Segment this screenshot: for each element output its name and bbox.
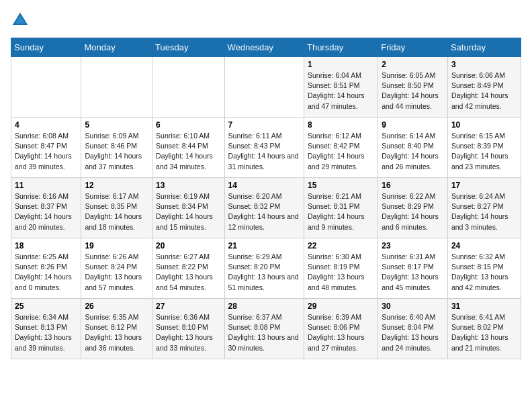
day-number: 22 (308, 241, 374, 250)
day-number: 24 (451, 241, 517, 250)
day-number: 1 (308, 60, 374, 69)
calendar-cell: 5Sunrise: 6:09 AM Sunset: 8:46 PM Daylig… (81, 118, 152, 178)
header-friday: Friday (378, 38, 448, 57)
calendar-cell: 20Sunrise: 6:27 AM Sunset: 8:22 PM Dayli… (152, 238, 224, 299)
calendar-cell: 9Sunrise: 6:14 AM Sunset: 8:40 PM Daylig… (378, 118, 448, 178)
calendar-cell: 15Sunrise: 6:21 AM Sunset: 8:31 PM Dayli… (304, 178, 378, 238)
week-row-1: 1Sunrise: 6:04 AM Sunset: 8:51 PM Daylig… (11, 57, 521, 118)
week-row-3: 11Sunrise: 6:16 AM Sunset: 8:37 PM Dayli… (11, 178, 521, 238)
day-info: Sunrise: 6:06 AM Sunset: 8:49 PM Dayligh… (451, 71, 517, 111)
week-row-2: 4Sunrise: 6:08 AM Sunset: 8:47 PM Daylig… (11, 118, 521, 178)
calendar-cell: 2Sunrise: 6:05 AM Sunset: 8:50 PM Daylig… (378, 57, 448, 118)
day-number: 12 (85, 181, 148, 190)
calendar-cell: 27Sunrise: 6:36 AM Sunset: 8:10 PM Dayli… (152, 299, 224, 359)
day-info: Sunrise: 6:11 AM Sunset: 8:43 PM Dayligh… (228, 131, 300, 172)
calendar-cell: 23Sunrise: 6:31 AM Sunset: 8:17 PM Dayli… (378, 238, 448, 299)
day-number: 11 (15, 181, 77, 190)
day-info: Sunrise: 6:40 AM Sunset: 8:04 PM Dayligh… (382, 312, 444, 353)
day-info: Sunrise: 6:19 AM Sunset: 8:34 PM Dayligh… (156, 191, 220, 232)
header-saturday: Saturday (447, 38, 521, 57)
day-number: 30 (382, 302, 444, 311)
logo-icon (11, 11, 30, 30)
day-number: 26 (85, 302, 148, 311)
day-number: 16 (382, 181, 444, 190)
calendar-cell: 14Sunrise: 6:20 AM Sunset: 8:32 PM Dayli… (224, 178, 304, 238)
calendar-cell: 1Sunrise: 6:04 AM Sunset: 8:51 PM Daylig… (304, 57, 378, 118)
day-number: 14 (228, 181, 300, 190)
day-number: 3 (451, 60, 517, 69)
calendar-cell: 21Sunrise: 6:29 AM Sunset: 8:20 PM Dayli… (224, 238, 304, 299)
day-info: Sunrise: 6:22 AM Sunset: 8:29 PM Dayligh… (382, 191, 444, 232)
calendar-cell (152, 57, 224, 118)
calendar-cell: 19Sunrise: 6:26 AM Sunset: 8:24 PM Dayli… (81, 238, 152, 299)
day-info: Sunrise: 6:10 AM Sunset: 8:44 PM Dayligh… (156, 131, 220, 172)
day-number: 7 (228, 120, 300, 130)
day-number: 15 (308, 181, 374, 190)
day-number: 27 (156, 302, 220, 311)
calendar-cell: 28Sunrise: 6:37 AM Sunset: 8:08 PM Dayli… (224, 299, 304, 359)
calendar-cell: 13Sunrise: 6:19 AM Sunset: 8:34 PM Dayli… (152, 178, 224, 238)
day-info: Sunrise: 6:05 AM Sunset: 8:50 PM Dayligh… (382, 71, 444, 111)
calendar-cell: 22Sunrise: 6:30 AM Sunset: 8:19 PM Dayli… (304, 238, 378, 299)
day-info: Sunrise: 6:30 AM Sunset: 8:19 PM Dayligh… (308, 252, 374, 293)
calendar-cell: 17Sunrise: 6:24 AM Sunset: 8:27 PM Dayli… (447, 178, 521, 238)
day-number: 21 (228, 241, 300, 250)
header-tuesday: Tuesday (152, 38, 224, 57)
calendar-cell: 24Sunrise: 6:32 AM Sunset: 8:15 PM Dayli… (447, 238, 521, 299)
day-info: Sunrise: 6:39 AM Sunset: 8:06 PM Dayligh… (308, 312, 374, 353)
day-info: Sunrise: 6:27 AM Sunset: 8:22 PM Dayligh… (156, 252, 220, 293)
day-info: Sunrise: 6:16 AM Sunset: 8:37 PM Dayligh… (15, 191, 77, 232)
calendar-cell: 18Sunrise: 6:25 AM Sunset: 8:26 PM Dayli… (11, 238, 81, 299)
day-info: Sunrise: 6:37 AM Sunset: 8:08 PM Dayligh… (228, 312, 300, 353)
day-info: Sunrise: 6:14 AM Sunset: 8:40 PM Dayligh… (382, 131, 444, 172)
calendar-cell: 25Sunrise: 6:34 AM Sunset: 8:13 PM Dayli… (11, 299, 81, 359)
day-info: Sunrise: 6:26 AM Sunset: 8:24 PM Dayligh… (85, 252, 148, 293)
calendar-cell: 10Sunrise: 6:15 AM Sunset: 8:39 PM Dayli… (447, 118, 521, 178)
day-number: 17 (451, 181, 517, 190)
calendar-cell: 30Sunrise: 6:40 AM Sunset: 8:04 PM Dayli… (378, 299, 448, 359)
day-info: Sunrise: 6:08 AM Sunset: 8:47 PM Dayligh… (15, 131, 77, 172)
header-thursday: Thursday (304, 38, 378, 57)
day-info: Sunrise: 6:41 AM Sunset: 8:02 PM Dayligh… (451, 312, 517, 353)
calendar-cell: 26Sunrise: 6:35 AM Sunset: 8:12 PM Dayli… (81, 299, 152, 359)
header-wednesday: Wednesday (224, 38, 304, 57)
day-info: Sunrise: 6:25 AM Sunset: 8:26 PM Dayligh… (15, 252, 77, 293)
day-number: 2 (382, 60, 444, 69)
day-number: 19 (85, 241, 148, 250)
header-monday: Monday (81, 38, 152, 57)
day-info: Sunrise: 6:15 AM Sunset: 8:39 PM Dayligh… (451, 131, 517, 172)
day-number: 4 (15, 120, 77, 130)
day-number: 10 (451, 120, 517, 130)
page-header (11, 11, 521, 30)
day-info: Sunrise: 6:04 AM Sunset: 8:51 PM Dayligh… (308, 71, 374, 111)
calendar-cell: 31Sunrise: 6:41 AM Sunset: 8:02 PM Dayli… (447, 299, 521, 359)
day-info: Sunrise: 6:21 AM Sunset: 8:31 PM Dayligh… (308, 191, 374, 232)
calendar-cell: 11Sunrise: 6:16 AM Sunset: 8:37 PM Dayli… (11, 178, 81, 238)
calendar-cell: 3Sunrise: 6:06 AM Sunset: 8:49 PM Daylig… (447, 57, 521, 118)
week-row-4: 18Sunrise: 6:25 AM Sunset: 8:26 PM Dayli… (11, 238, 521, 299)
calendar-cell: 16Sunrise: 6:22 AM Sunset: 8:29 PM Dayli… (378, 178, 448, 238)
calendar-cell: 4Sunrise: 6:08 AM Sunset: 8:47 PM Daylig… (11, 118, 81, 178)
day-number: 13 (156, 181, 220, 190)
day-number: 29 (308, 302, 374, 311)
day-number: 31 (451, 302, 517, 311)
day-number: 9 (382, 120, 444, 130)
day-info: Sunrise: 6:34 AM Sunset: 8:13 PM Dayligh… (15, 312, 77, 353)
day-number: 5 (85, 120, 148, 130)
calendar-table: SundayMondayTuesdayWednesdayThursdayFrid… (11, 38, 521, 359)
day-number: 25 (15, 302, 77, 311)
day-info: Sunrise: 6:12 AM Sunset: 8:42 PM Dayligh… (308, 131, 374, 172)
calendar-cell: 8Sunrise: 6:12 AM Sunset: 8:42 PM Daylig… (304, 118, 378, 178)
day-info: Sunrise: 6:32 AM Sunset: 8:15 PM Dayligh… (451, 252, 517, 293)
logo (11, 11, 32, 30)
day-number: 18 (15, 241, 77, 250)
header-row: SundayMondayTuesdayWednesdayThursdayFrid… (11, 38, 521, 57)
calendar-cell: 12Sunrise: 6:17 AM Sunset: 8:35 PM Dayli… (81, 178, 152, 238)
day-number: 20 (156, 241, 220, 250)
day-info: Sunrise: 6:35 AM Sunset: 8:12 PM Dayligh… (85, 312, 148, 353)
calendar-cell (11, 57, 81, 118)
day-info: Sunrise: 6:17 AM Sunset: 8:35 PM Dayligh… (85, 191, 148, 232)
day-info: Sunrise: 6:36 AM Sunset: 8:10 PM Dayligh… (156, 312, 220, 353)
calendar-cell (81, 57, 152, 118)
day-info: Sunrise: 6:20 AM Sunset: 8:32 PM Dayligh… (228, 191, 300, 232)
